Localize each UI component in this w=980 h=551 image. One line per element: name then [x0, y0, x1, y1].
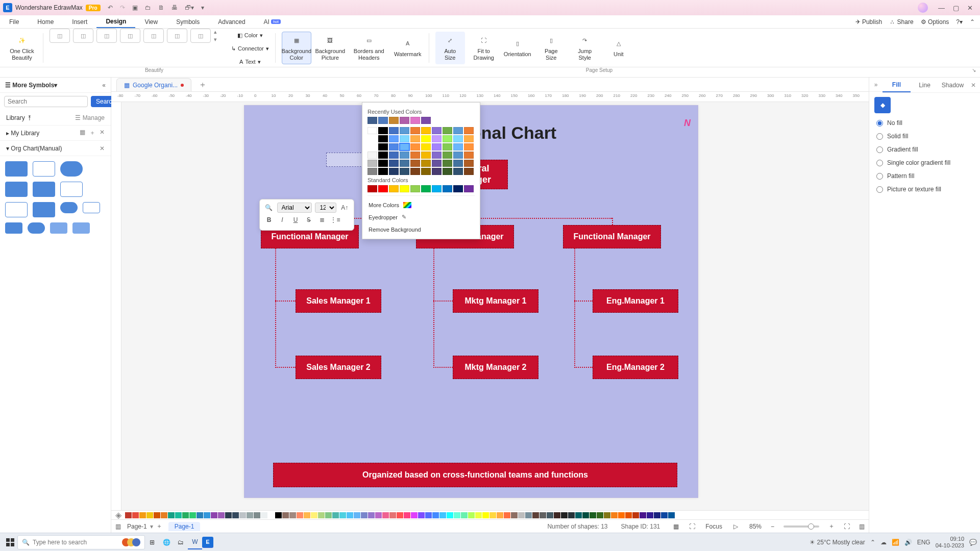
remove-background-option[interactable]: Remove Background — [368, 223, 475, 236]
quick-color-swatch[interactable] — [282, 512, 289, 518]
qat-more[interactable]: ▾ — [201, 4, 204, 11]
fill-single-gradient[interactable]: Single color gradient fill — [876, 159, 973, 166]
quick-color-swatch[interactable] — [189, 512, 196, 518]
color-swatch[interactable] — [453, 135, 463, 142]
quick-color-swatch[interactable] — [311, 512, 317, 518]
color-swatch[interactable] — [378, 135, 388, 142]
quick-color-swatch[interactable] — [139, 512, 146, 518]
color-swatch[interactable] — [410, 117, 420, 124]
quick-color-swatch[interactable] — [318, 512, 325, 518]
color-swatch[interactable] — [443, 152, 452, 159]
numbered-list-button[interactable]: ≣ — [317, 215, 327, 225]
node-functional-3[interactable]: Functional Manager — [563, 225, 661, 248]
quick-color-swatch[interactable] — [382, 512, 389, 518]
quick-color-swatch[interactable] — [239, 512, 246, 518]
style-preset[interactable]: ◫ — [167, 29, 187, 43]
color-swatch[interactable] — [378, 143, 388, 151]
auto-size-button[interactable]: ⤢Auto Size — [435, 32, 465, 64]
quick-color-swatch[interactable] — [647, 512, 653, 518]
quick-color-swatch[interactable] — [375, 512, 382, 518]
color-swatch[interactable] — [368, 135, 377, 142]
library-label[interactable]: Library ⭱ — [6, 114, 33, 121]
connector[interactable] — [433, 367, 453, 368]
quick-color-swatch[interactable] — [475, 512, 482, 518]
new-button[interactable]: ▣ — [132, 4, 138, 11]
color-swatch[interactable] — [464, 160, 474, 167]
search-icon[interactable]: 🔍 — [264, 203, 274, 213]
fullscreen-icon[interactable]: ⛶ — [689, 523, 695, 530]
bullet-list-button[interactable]: ⋮≡ — [330, 215, 340, 225]
connector[interactable] — [275, 248, 276, 366]
style-preset[interactable]: ◫ — [143, 29, 164, 43]
color-swatch[interactable] — [464, 135, 474, 142]
taskbar-explorer[interactable]: 🗂 — [174, 535, 188, 549]
shape-thumb[interactable] — [5, 222, 22, 234]
style-preset[interactable]: ◫ — [190, 29, 211, 43]
weather-widget[interactable]: ☀ 25°C Mostly clear — [810, 539, 865, 546]
quick-color-swatch[interactable] — [232, 512, 239, 518]
redo-button[interactable]: ↷ — [120, 4, 125, 11]
font-select[interactable]: Arial — [277, 203, 312, 213]
quick-color-swatch[interactable] — [497, 512, 503, 518]
color-swatch[interactable] — [410, 127, 420, 134]
quick-color-swatch[interactable] — [661, 512, 668, 518]
color-swatch[interactable] — [368, 160, 377, 167]
add-tab-button[interactable]: ＋ — [194, 78, 211, 91]
shape-thumb[interactable] — [5, 182, 28, 197]
color-swatch[interactable] — [464, 127, 474, 134]
watermark-button[interactable]: AWatermark — [393, 32, 423, 64]
color-swatch[interactable] — [421, 143, 431, 151]
fit-to-drawing-button[interactable]: ⛶Fit to Drawing — [469, 32, 499, 64]
color-swatch[interactable] — [432, 143, 442, 151]
jump-style-button[interactable]: ↷Jump Style — [570, 32, 600, 64]
quick-color-swatch[interactable] — [561, 512, 568, 518]
menu-home[interactable]: Home — [28, 15, 63, 28]
shape-thumb[interactable] — [72, 222, 90, 234]
quick-color-swatch[interactable] — [397, 512, 403, 518]
color-swatch[interactable] — [378, 127, 388, 134]
minimize-button[interactable]: — — [938, 4, 945, 12]
quick-color-swatch[interactable] — [554, 512, 560, 518]
quick-color-swatch[interactable] — [532, 512, 539, 518]
quick-color-swatch[interactable] — [261, 512, 267, 518]
strike-button[interactable]: S̶ — [304, 215, 314, 225]
shape-thumb[interactable] — [28, 222, 45, 234]
color-swatch[interactable] — [378, 152, 388, 159]
fill-solid[interactable]: Solid fill — [876, 133, 973, 140]
text-dropdown[interactable]: A Text▾ — [227, 57, 273, 68]
tray-language[interactable]: ENG — [917, 539, 930, 546]
shape-thumb[interactable] — [50, 222, 67, 234]
quick-color-swatch[interactable] — [125, 512, 132, 518]
color-swatch[interactable] — [464, 152, 474, 159]
tab-line[interactable]: Line — [911, 82, 939, 89]
page-select[interactable]: Page-1 — [127, 523, 147, 530]
shape-thumb[interactable] — [5, 202, 28, 217]
quick-color-swatch[interactable] — [618, 512, 625, 518]
node-eng-1[interactable]: Eng.Manager 1 — [593, 289, 678, 313]
quick-color-swatch[interactable] — [504, 512, 510, 518]
publish-button[interactable]: ✈ Publish — [855, 18, 883, 26]
quick-color-swatch[interactable] — [225, 512, 232, 518]
connector[interactable] — [433, 300, 453, 302]
zoom-in-button[interactable]: ＋ — [828, 522, 835, 531]
tray-clock[interactable]: 09:10 04-10-2023 — [936, 536, 964, 548]
tray-volume-icon[interactable]: 🔊 — [904, 539, 912, 546]
fill-no-fill[interactable]: No fill — [876, 119, 973, 127]
user-avatar[interactable] — [918, 3, 928, 13]
taskbar-word[interactable]: W — [188, 535, 202, 549]
color-swatch[interactable] — [421, 127, 431, 134]
expand-panel-button[interactable]: » — [869, 78, 883, 92]
color-swatch[interactable] — [410, 160, 420, 167]
connector[interactable] — [574, 248, 575, 366]
shape-thumb[interactable] — [33, 182, 55, 197]
color-swatch[interactable] — [443, 143, 452, 151]
undo-button[interactable]: ↶ — [108, 4, 113, 11]
layout-icon[interactable]: ▥ — [859, 523, 865, 530]
quick-color-swatch[interactable] — [547, 512, 553, 518]
color-swatch[interactable] — [432, 168, 442, 175]
page-list-icon[interactable]: ▥ — [115, 523, 121, 530]
color-swatch[interactable] — [389, 168, 399, 175]
export-button[interactable]: 🗗▾ — [185, 4, 194, 11]
color-swatch[interactable] — [378, 168, 388, 175]
color-swatch[interactable] — [421, 168, 431, 175]
